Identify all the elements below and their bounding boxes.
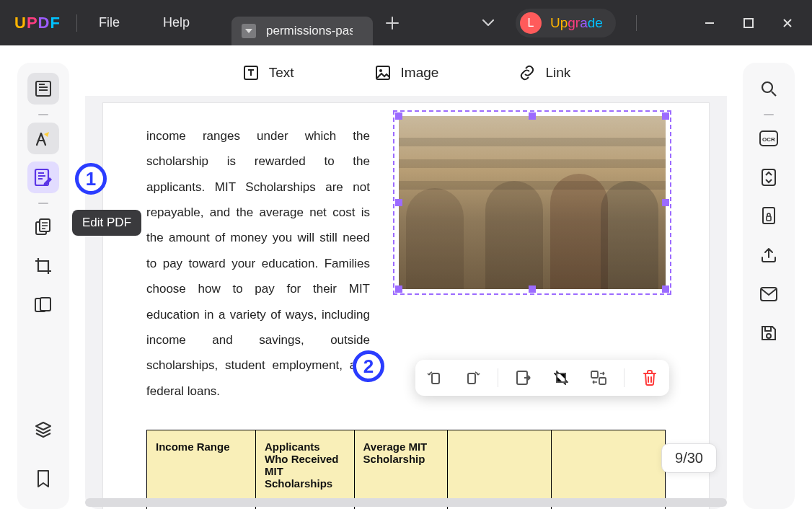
upgrade-label: Upgrade bbox=[550, 15, 603, 31]
share-tool[interactable] bbox=[753, 239, 785, 271]
selected-image[interactable] bbox=[399, 116, 666, 289]
search-tool[interactable] bbox=[753, 73, 785, 105]
separator bbox=[38, 203, 48, 204]
edit-tab-link[interactable]: Link bbox=[518, 63, 570, 82]
page-area: Text Image Link income ranges under whic… bbox=[85, 50, 727, 509]
maximize-button[interactable] bbox=[741, 16, 756, 30]
image-icon bbox=[374, 63, 392, 82]
right-toolbar: OCR bbox=[743, 63, 795, 509]
tab-dropdown[interactable] bbox=[477, 12, 500, 35]
ocr-tool[interactable]: OCR bbox=[753, 123, 785, 154]
resize-handle[interactable] bbox=[662, 199, 669, 206]
col-applicants: Applicants Who Received MIT Scholarships bbox=[255, 430, 354, 500]
annotation-step-2: 2 bbox=[353, 350, 384, 382]
edit-tab-link-label: Link bbox=[545, 65, 570, 81]
pdf-page: income ranges under which the scholarshi… bbox=[103, 103, 709, 509]
app-logo: UPDF bbox=[14, 14, 61, 32]
page-indicator[interactable]: 9/30 bbox=[661, 443, 717, 473]
upgrade-button[interactable]: L Upgrade bbox=[516, 9, 616, 37]
delete-image-button[interactable] bbox=[637, 366, 662, 390]
svg-text:OCR: OCR bbox=[762, 136, 775, 143]
edit-tab-image[interactable]: Image bbox=[374, 63, 439, 82]
separator bbox=[38, 114, 48, 115]
page-display-tool[interactable] bbox=[27, 289, 59, 321]
document-tab-icon bbox=[242, 24, 256, 38]
divider bbox=[636, 15, 637, 31]
resize-handle[interactable] bbox=[395, 286, 402, 293]
selection-frame bbox=[393, 110, 671, 295]
crop-tool[interactable] bbox=[27, 250, 59, 282]
svg-rect-19 bbox=[432, 373, 439, 384]
organize-pages-tool[interactable] bbox=[27, 211, 59, 243]
svg-point-15 bbox=[767, 334, 771, 338]
window-controls bbox=[702, 16, 805, 30]
document-tab-title: permissions-pas bbox=[266, 24, 353, 38]
new-tab-button[interactable] bbox=[380, 11, 405, 35]
rotate-left-button[interactable] bbox=[423, 366, 447, 390]
resize-handle[interactable] bbox=[529, 286, 536, 293]
crop-image-button[interactable] bbox=[549, 366, 573, 390]
resize-handle[interactable] bbox=[395, 112, 402, 120]
reader-tool[interactable] bbox=[27, 73, 59, 105]
svg-rect-20 bbox=[468, 373, 475, 384]
svg-rect-14 bbox=[765, 327, 771, 331]
close-button[interactable] bbox=[780, 16, 795, 30]
divider bbox=[76, 14, 77, 32]
resize-handle[interactable] bbox=[662, 286, 669, 293]
email-tool[interactable] bbox=[753, 278, 785, 310]
user-avatar: L bbox=[520, 12, 542, 34]
document-scroll[interactable]: income ranges under which the scholarshi… bbox=[85, 96, 727, 509]
rotate-right-button[interactable] bbox=[460, 366, 485, 390]
annotation-step-1: 1 bbox=[75, 163, 107, 195]
edit-tab-bar: Text Image Link bbox=[85, 50, 727, 96]
menu-help[interactable]: Help bbox=[157, 12, 195, 33]
divider bbox=[498, 368, 498, 387]
resize-handle[interactable] bbox=[395, 199, 402, 206]
svg-rect-22 bbox=[591, 371, 598, 378]
edit-tab-text[interactable]: Text bbox=[242, 63, 294, 82]
edit-pdf-tool[interactable] bbox=[27, 161, 59, 193]
scholarship-table: Income Range Applicants Who Received MIT… bbox=[146, 430, 666, 509]
replace-image-button[interactable] bbox=[586, 366, 611, 390]
resize-handle[interactable] bbox=[662, 112, 669, 120]
separator bbox=[764, 114, 774, 115]
edit-tab-image-label: Image bbox=[401, 65, 439, 81]
menu-file[interactable]: File bbox=[93, 12, 125, 33]
layers-tool[interactable] bbox=[27, 414, 59, 446]
save-tool[interactable] bbox=[753, 317, 785, 349]
minimize-button[interactable] bbox=[702, 16, 717, 30]
col-5 bbox=[551, 430, 665, 500]
svg-rect-6 bbox=[40, 298, 50, 311]
svg-point-18 bbox=[379, 69, 382, 72]
bookmarks-tool[interactable] bbox=[27, 463, 59, 495]
svg-rect-0 bbox=[744, 19, 753, 27]
image-context-toolbar bbox=[415, 360, 669, 396]
text-icon bbox=[242, 63, 260, 82]
title-bar: UPDF File Help permissions-pas L Upgrade bbox=[0, 0, 812, 45]
protect-tool[interactable] bbox=[753, 200, 785, 232]
workspace: Edit PDF 1 2 OCR Text bbox=[0, 45, 812, 509]
edit-tab-text-label: Text bbox=[269, 65, 294, 81]
col-4 bbox=[448, 430, 552, 500]
divider bbox=[624, 368, 625, 387]
link-icon bbox=[518, 63, 537, 82]
table-header-row: Income Range Applicants Who Received MIT… bbox=[147, 430, 666, 500]
col-income-range: Income Range bbox=[147, 430, 256, 500]
body-paragraph: income ranges under which the scholarshi… bbox=[146, 123, 370, 404]
comment-tool[interactable] bbox=[27, 123, 59, 154]
resize-handle[interactable] bbox=[529, 112, 536, 120]
convert-tool[interactable] bbox=[753, 161, 785, 193]
edit-pdf-tooltip: Edit PDF bbox=[72, 210, 141, 236]
left-toolbar bbox=[17, 63, 69, 509]
extract-image-button[interactable] bbox=[511, 366, 536, 390]
svg-rect-23 bbox=[599, 378, 606, 384]
col-avg-scholarship: Average MIT Scholarship bbox=[354, 430, 447, 500]
horizontal-scrollbar[interactable] bbox=[85, 498, 727, 507]
svg-rect-12 bbox=[767, 216, 771, 221]
document-tab[interactable]: permissions-pas bbox=[231, 17, 373, 45]
svg-point-7 bbox=[762, 82, 772, 92]
